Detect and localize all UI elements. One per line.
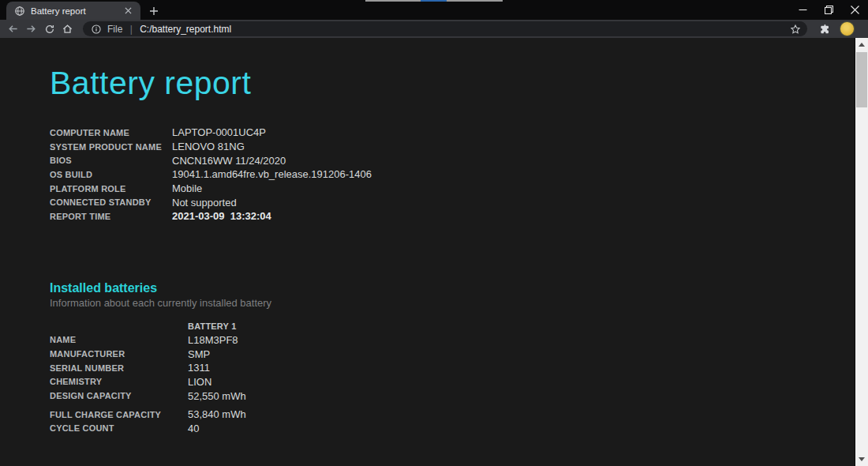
info-row: CONNECTED STANDBY Not supported [50,195,855,209]
row-label: MANUFACTURER [50,349,188,359]
tab-title: Battery report [31,6,122,16]
table-row: DESIGN CAPACITY 52,550 mWh [50,389,855,403]
info-row: OS BUILD 19041.1.amd64fre.vb_release.191… [50,167,855,182]
row-value: 1311 [188,362,210,374]
forward-arrow-icon[interactable] [22,20,40,38]
page-scrollbar[interactable] [855,38,868,466]
info-label: OS BUILD [50,170,172,179]
system-info-table: COMPUTER NAME LAPTOP-0001UC4P SYSTEM PRO… [50,126,855,224]
table-row: MANUFACTURER SMP [50,347,855,361]
info-value: Not supported [172,197,237,209]
tab-battery-report[interactable]: Battery report [6,2,140,20]
info-row: SYSTEM PRODUCT NAME LENOVO 81NG [50,140,855,154]
restore-icon[interactable] [816,0,842,20]
info-row: COMPUTER NAME LAPTOP-0001UC4P [50,126,855,140]
section-heading-installed-batteries: Installed batteries [50,281,855,295]
info-value: Mobile [172,182,202,194]
info-label: COMPUTER NAME [50,128,172,137]
scrollbar-up-arrow-icon[interactable] [855,38,868,51]
address-bar[interactable]: File | C:/battery_report.html [83,21,807,36]
globe-icon [14,6,25,17]
extensions-puzzle-icon[interactable] [815,21,832,38]
info-value: 19041.1.amd64fre.vb_release.191206-1406 [172,168,372,180]
info-value: CNCN16WW 11/24/2020 [172,155,286,167]
row-value: 53,840 mWh [188,408,246,420]
back-arrow-icon[interactable] [4,20,22,38]
table-row: CYCLE COUNT 40 [50,422,855,436]
top-edge-artifact [365,0,503,2]
info-row: PLATFORM ROLE Mobile [50,182,855,196]
row-value: SMP [188,348,210,360]
reload-icon[interactable] [40,20,58,38]
row-value: LION [188,376,211,388]
installed-batteries-table: BATTERY 1 NAME L18M3PF8 MANUFACTURER SMP… [50,319,855,436]
info-value: LENOVO 81NG [172,141,245,152]
info-row: BIOS CNCN16WW 11/24/2020 [50,153,855,167]
info-label: CONNECTED STANDBY [50,197,172,207]
browser-toolbar: File | C:/battery_report.html [0,20,868,38]
table-row: FULL CHARGE CAPACITY 53,840 mWh [50,408,855,422]
profile-avatar[interactable] [840,21,855,36]
address-separator: | [130,24,133,35]
info-label: REPORT TIME [50,212,172,221]
home-icon[interactable] [58,20,77,38]
browser-window: Battery report [0,0,868,466]
tab-close-icon[interactable] [122,5,134,17]
info-value-report-time: 2021-03-09 13:32:04 [172,210,271,222]
table-header-row: BATTERY 1 [50,319,855,333]
close-icon[interactable] [842,0,868,20]
row-label: CYCLE COUNT [50,423,188,433]
table-row: SERIAL NUMBER 1311 [50,361,855,375]
scrollbar-thumb[interactable] [856,52,867,107]
column-header-battery-1: BATTERY 1 [188,321,237,331]
info-value: LAPTOP-0001UC4P [172,126,266,138]
row-value: L18M3PF8 [188,334,238,346]
table-row: NAME L18M3PF8 [50,333,855,348]
section-subtitle: Information about each currently install… [50,296,855,310]
row-value: 40 [188,423,199,434]
bookmark-star-icon[interactable] [788,22,803,36]
address-scheme: File [107,24,122,35]
menu-dots-icon[interactable] [861,21,868,38]
row-label: FULL CHARGE CAPACITY [50,410,188,419]
info-label: PLATFORM ROLE [50,184,172,194]
row-label: SERIAL NUMBER [50,363,188,373]
new-tab-button[interactable] [147,4,160,17]
page-title: Battery report [50,65,855,101]
address-url: C:/battery_report.html [140,24,231,35]
minimize-icon[interactable] [790,0,816,20]
info-label: SYSTEM PRODUCT NAME [50,142,172,152]
window-controls [790,0,868,20]
address-text: File | C:/battery_report.html [107,24,788,35]
info-row: REPORT TIME 2021-03-09 13:32:04 [50,209,855,224]
row-label: DESIGN CAPACITY [50,391,188,400]
row-label: CHEMISTRY [50,377,188,386]
info-icon[interactable] [91,24,102,35]
scrollbar-down-arrow-icon[interactable] [855,453,868,466]
table-row: CHEMISTRY LION [50,375,855,389]
row-label: NAME [50,335,188,344]
info-label: BIOS [50,156,172,165]
toolbar-right-cluster [815,21,868,38]
tab-bar: Battery report [0,0,868,20]
row-value: 52,550 mWh [188,390,246,402]
battery-report-page: Battery report COMPUTER NAME LAPTOP-0001… [0,38,855,466]
